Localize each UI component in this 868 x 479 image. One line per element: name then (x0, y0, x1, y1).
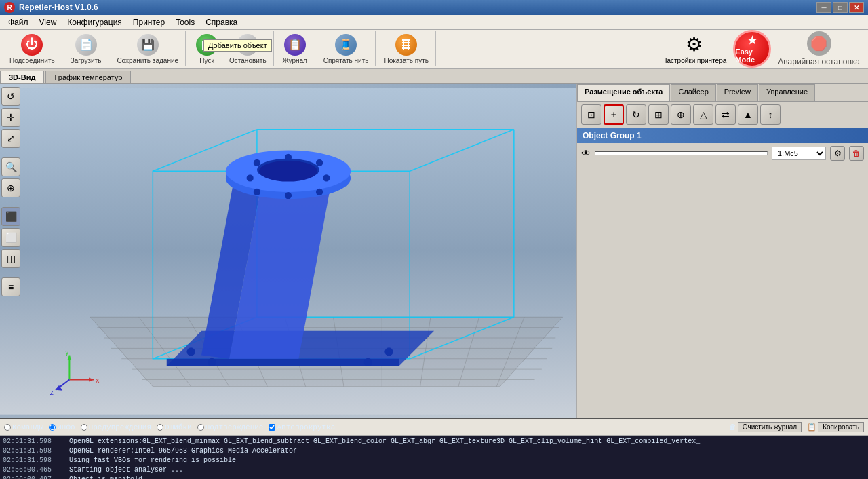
show-path-group: 🛤 Показать путь (377, 31, 436, 66)
view-icon-btn[interactable]: ⊡ (581, 104, 601, 125)
journal-button[interactable]: 📋 Журнал (278, 33, 312, 66)
view-front-button[interactable]: ⬜ (1, 228, 20, 247)
arrow-icon-btn[interactable]: ↕ (760, 104, 781, 125)
svg-point-48 (208, 358, 216, 366)
radio-commands[interactable] (4, 424, 11, 431)
filter-confirm[interactable]: Подтверждение (197, 423, 264, 432)
visibility-toggle[interactable]: 👁 (581, 148, 591, 159)
easy-mode-button[interactable]: ★ Easy Mode (733, 30, 771, 68)
menu-tools[interactable]: Tools (170, 16, 200, 28)
log-time-4: 02:56:00.465 (3, 465, 64, 475)
view-lines-button[interactable]: ≡ (1, 277, 20, 296)
load-button[interactable]: 📄 Загрузить (66, 33, 106, 66)
mirror-icon-btn[interactable]: ⇄ (715, 104, 736, 125)
save-icon: 💾 (137, 34, 159, 56)
log-line-5: 02:56:00.497 Object is manifold. (3, 475, 865, 479)
hide-thread-button[interactable]: 🧵 Спрятать нить (319, 33, 373, 66)
log-text-5: Object is manifold. (69, 475, 146, 479)
settings-icon: ⚙ (686, 33, 703, 56)
printer-settings-button[interactable]: ⚙ Настройки принтера (656, 32, 732, 66)
stop-label: Остановить (229, 57, 267, 64)
refresh-view-button[interactable]: ↺ (1, 87, 20, 106)
app-logo: R (4, 2, 15, 13)
radio-warnings[interactable] (81, 424, 87, 431)
maximize-button[interactable]: □ (833, 2, 848, 13)
filter-info-label: Инфо (57, 423, 75, 432)
printer-select-dropdown[interactable]: 1:Mc5 (772, 147, 826, 160)
svg-point-46 (186, 347, 195, 356)
minimize-button[interactable]: ─ (816, 2, 831, 13)
close-button[interactable]: ✕ (849, 2, 864, 13)
emergency-icon: 🛑 (807, 31, 831, 56)
zoom-in-button[interactable]: 🔍 (1, 157, 20, 176)
emergency-stop-button[interactable]: 🛑 Аварийная остановка (772, 30, 865, 68)
crosshair-icon-btn[interactable]: ⊕ (671, 104, 691, 125)
save-group: 💾 Сохранить задание (110, 31, 186, 66)
svg-point-49 (364, 358, 372, 366)
hide-thread-label: Спрятать нить (323, 57, 369, 64)
show-path-button[interactable]: 🛤 Показать путь (380, 33, 433, 66)
filter-autoscroll[interactable]: Автопрокрутка (269, 423, 335, 432)
menu-file[interactable]: Файл (3, 16, 34, 28)
filter-confirm-label: Подтверждение (205, 423, 264, 432)
window-controls: ─ □ ✕ (816, 2, 864, 13)
menu-config[interactable]: Конфигурация (62, 16, 127, 28)
save-button[interactable]: 💾 Сохранить задание (113, 33, 182, 66)
tab-preview[interactable]: Preview (717, 84, 758, 101)
log-text-3: Using fast VBOs for rendering is possibl… (69, 456, 236, 465)
cone-icon-btn[interactable]: △ (693, 104, 713, 125)
connect-icon: ⏻ (21, 34, 43, 56)
viewport-3d[interactable]: ↺ ✛ ⤢ 🔍 ⊕ ⬛ ⬜ ◫ ≡ (0, 84, 576, 418)
copy-log-button[interactable]: Копировать (818, 422, 864, 432)
menu-help[interactable]: Справка (200, 16, 243, 28)
menu-view[interactable]: View (34, 16, 62, 28)
filter-warnings-label: Предупреждения (89, 423, 151, 432)
radio-info[interactable] (49, 424, 56, 431)
radio-errors[interactable] (157, 424, 163, 431)
log-text-4: Starting object analyser ... (69, 465, 183, 475)
lamp-icon-btn[interactable]: ▲ (738, 104, 758, 125)
rotate-icon-btn[interactable]: ↻ (626, 104, 646, 125)
view-side-button[interactable]: ◫ (1, 249, 20, 268)
tab-temp-graph[interactable]: График температур (45, 71, 131, 83)
tooltip-add-object: Добавить объект (203, 39, 272, 52)
zoom-fit-button[interactable]: ⊕ (1, 178, 20, 197)
save-label: Сохранить задание (117, 57, 178, 64)
grid-icon-btn[interactable]: ⊞ (648, 104, 669, 125)
scale-object-button[interactable]: ⤢ (1, 129, 20, 148)
filter-warnings[interactable]: Предупреждения (81, 423, 151, 432)
tab-slicer[interactable]: Слайсер (671, 84, 715, 101)
checkbox-autoscroll[interactable] (269, 424, 275, 431)
tab-placement[interactable]: Размещение объекта (577, 84, 670, 101)
hide-thread-group: 🧵 Спрятать нить (317, 31, 376, 66)
filter-info[interactable]: Инфо (49, 423, 75, 432)
filter-errors[interactable]: Ошибки (157, 423, 192, 432)
filter-commands[interactable]: Команды (4, 423, 43, 432)
journal-label: Журнал (282, 57, 307, 64)
svg-point-41 (285, 192, 292, 199)
object-delete-button[interactable]: 🗑 (849, 146, 864, 161)
menu-printer[interactable]: Принтер (127, 16, 170, 28)
log-area: Команды Инфо Предупреждения Ошибки Подтв… (0, 418, 868, 479)
connect-button[interactable]: ⏻ Подсоединить (5, 33, 59, 66)
clear-log-button[interactable]: Очистить журнал (738, 422, 802, 432)
svg-point-45 (316, 189, 323, 195)
add-icon-btn[interactable]: ＋ (604, 104, 624, 125)
move-object-button[interactable]: ✛ (1, 108, 20, 127)
right-panel-tabs: Размещение объекта Слайсер Preview Управ… (577, 84, 868, 102)
journal-icon: 📋 (284, 34, 306, 56)
log-time-1: 02:51:31.598 (3, 437, 64, 446)
object-settings-button[interactable]: ⚙ (830, 146, 845, 161)
tab-control[interactable]: Управление (759, 84, 815, 101)
log-toolbar: Команды Инфо Предупреждения Ошибки Подтв… (0, 419, 868, 436)
start-label: Пуск (199, 57, 214, 64)
radio-confirm[interactable] (197, 424, 204, 431)
svg-point-43 (316, 159, 323, 166)
easy-mode-icon: ★ (747, 34, 757, 47)
show-path-icon: 🛤 (395, 34, 417, 56)
log-line-2: 02:51:31.598 OpenGL renderer:Intel 965/9… (3, 446, 865, 456)
filter-errors-label: Ошибки (165, 423, 192, 432)
tab-3d-view[interactable]: 3D-Вид (0, 71, 44, 83)
view-3d-button[interactable]: ⬛ (1, 207, 20, 226)
app-title: Repetier-Host V1.0.6 (19, 3, 98, 12)
